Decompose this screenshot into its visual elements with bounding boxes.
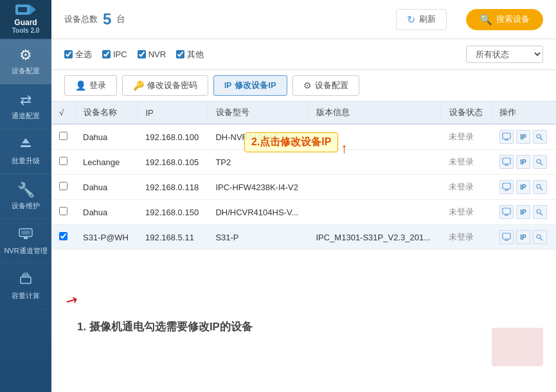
status-filter[interactable]: 所有状态 已登录 未登录 xyxy=(466,46,543,63)
row-op-ip-1[interactable]: IP xyxy=(516,155,530,169)
sidebar-logo: Guard Tools 2.0 xyxy=(0,0,51,39)
change-ip-label: 修改设备IP xyxy=(235,80,276,91)
sidebar-item-batch-upgrade[interactable]: 批量升级 xyxy=(0,129,51,174)
nvr-checkbox[interactable]: NVR xyxy=(138,49,166,59)
row-ops-4: IP xyxy=(492,225,556,250)
row-check-0[interactable] xyxy=(51,124,75,150)
sidebar-item-device-maintain[interactable]: 🔧 设备维护 xyxy=(0,174,51,219)
row-version-2 xyxy=(308,175,441,200)
ipc-label: IPC xyxy=(113,49,127,59)
row-ip-1: 192.168.0.105 xyxy=(138,150,208,175)
row-name-3: Dahua xyxy=(75,200,138,225)
svg-rect-6 xyxy=(21,231,30,235)
channel-icon: ⇄ xyxy=(20,92,31,109)
row-op-screen-0[interactable] xyxy=(499,130,514,144)
row-op-ip-2[interactable]: IP xyxy=(516,180,530,194)
row-ip-3: 192.168.0.150 xyxy=(138,200,208,225)
action-bar: 👤 登录 🔑 修改设备密码 IP 修改设备IP ⚙ 设备配置 xyxy=(51,70,556,102)
other-checkbox[interactable]: 其他 xyxy=(176,49,204,60)
row-checkbox-2[interactable] xyxy=(59,182,67,190)
row-check-4[interactable] xyxy=(51,225,75,250)
nvr-input[interactable] xyxy=(138,50,146,58)
row-status-1: 未登录 xyxy=(441,150,492,175)
change-pwd-label: 修改设备密码 xyxy=(147,80,197,91)
row-op-key-0[interactable] xyxy=(533,130,547,144)
login-button[interactable]: 👤 登录 xyxy=(64,75,117,96)
svg-rect-8 xyxy=(21,277,31,283)
select-all-input[interactable] xyxy=(64,50,73,58)
svg-line-26 xyxy=(541,213,543,215)
row-op-screen-4[interactable] xyxy=(499,230,514,244)
row-op-key-2[interactable] xyxy=(533,180,547,194)
row-checkbox-0[interactable] xyxy=(59,132,67,140)
row-op-ip-3[interactable]: IP xyxy=(516,205,530,219)
row-op-key-4[interactable] xyxy=(533,230,547,244)
change-ip-button[interactable]: IP 修改设备IP xyxy=(213,75,287,96)
row-op-ip-4[interactable]: IP xyxy=(516,230,530,244)
row-checkbox-3[interactable] xyxy=(59,207,67,215)
row-name-4: S31-P@WH xyxy=(75,225,138,250)
col-check: √ xyxy=(51,102,75,124)
refresh-label: 刷新 xyxy=(419,13,436,25)
sidebar-item-label: 通道配置 xyxy=(12,111,40,121)
row-checkbox-4[interactable] xyxy=(59,232,67,240)
search-device-button[interactable]: 🔍 搜索设备 xyxy=(466,9,543,30)
svg-rect-3 xyxy=(21,145,31,147)
table-row: Dahua 192.168.0.118 IPC-HFW4238K-I4-V2 未… xyxy=(51,175,556,200)
row-ops-2: IP xyxy=(492,175,556,200)
col-ops: 操作 xyxy=(492,102,556,124)
nvr-icon xyxy=(19,227,33,244)
row-op-key-1[interactable] xyxy=(533,155,547,169)
svg-rect-20 xyxy=(505,190,508,191)
col-model: 设备型号 xyxy=(208,102,308,124)
svg-line-30 xyxy=(541,238,543,240)
row-name-2: Dahua xyxy=(75,175,138,200)
wrench-icon: 🔧 xyxy=(17,182,35,199)
sidebar-item-device-config[interactable]: ⚙ 设备配置 xyxy=(0,39,51,84)
col-ip: IP xyxy=(138,102,208,124)
row-ip-4: 192.168.5.11 xyxy=(138,225,208,250)
watermark xyxy=(492,328,543,366)
svg-line-18 xyxy=(541,163,543,165)
row-op-screen-1[interactable] xyxy=(499,155,514,169)
row-op-ip-0[interactable]: IP xyxy=(516,130,530,144)
sidebar-item-nvr-channel[interactable]: NVR通道管理 xyxy=(0,219,51,264)
sidebar-item-capacity[interactable]: 容量计算 xyxy=(0,264,51,309)
row-op-screen-2[interactable] xyxy=(499,180,514,194)
login-label: 登录 xyxy=(89,80,106,91)
sidebar-item-channel-config[interactable]: ⇄ 通道配置 xyxy=(0,84,51,129)
table-row: Dahua 192.168.0.150 DH/HCVR4104HS-V... 未… xyxy=(51,200,556,225)
row-op-key-3[interactable] xyxy=(533,205,547,219)
svg-rect-7 xyxy=(24,237,28,239)
device-config-button[interactable]: ⚙ 设备配置 xyxy=(292,75,359,96)
svg-marker-4 xyxy=(22,138,30,143)
row-check-2[interactable] xyxy=(51,175,75,200)
capacity-icon xyxy=(19,272,32,289)
svg-rect-23 xyxy=(503,208,510,214)
count-unit: 台 xyxy=(116,13,125,25)
ipc-checkbox[interactable]: IPC xyxy=(102,49,127,59)
row-version-4: IPC_M1301-S31P_V2.3_201... xyxy=(308,225,441,250)
svg-point-17 xyxy=(537,159,541,163)
refresh-button[interactable]: ↻ 刷新 xyxy=(396,9,447,30)
ipc-input[interactable] xyxy=(102,50,111,58)
device-count: 5 xyxy=(103,10,111,28)
row-status-2: 未登录 xyxy=(441,175,492,200)
logo-text-sub: Tools 2.0 xyxy=(12,27,40,34)
row-op-screen-3[interactable] xyxy=(499,205,514,219)
other-input[interactable] xyxy=(176,50,184,58)
select-all-checkbox[interactable]: 全选 xyxy=(64,49,92,60)
change-password-button[interactable]: 🔑 修改设备密码 xyxy=(122,75,208,96)
svg-rect-16 xyxy=(505,165,508,166)
row-status-4: 未登录 xyxy=(441,225,492,250)
row-checkbox-1[interactable] xyxy=(59,157,67,165)
row-check-1[interactable] xyxy=(51,150,75,175)
svg-rect-28 xyxy=(505,240,508,241)
svg-point-21 xyxy=(537,184,541,188)
row-check-3[interactable] xyxy=(51,200,75,225)
svg-line-14 xyxy=(541,138,543,140)
nvr-label: NVR xyxy=(148,49,166,59)
device-total-section: 设备总数 5 台 xyxy=(64,10,125,28)
svg-point-13 xyxy=(537,134,541,138)
row-version-3 xyxy=(308,200,441,225)
